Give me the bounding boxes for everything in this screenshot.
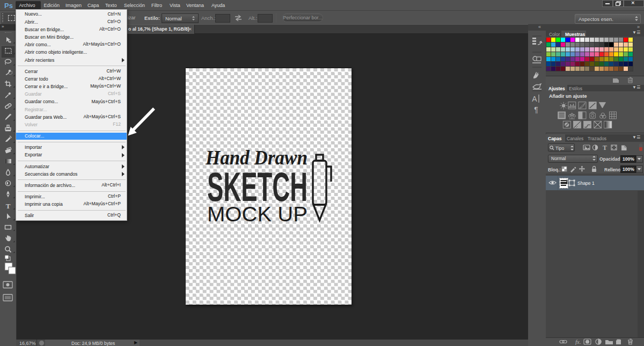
svg-text:T: T	[603, 144, 607, 152]
svg-text:T: T	[6, 202, 11, 210]
svg-text:¶: ¶	[534, 105, 538, 114]
svg-text:MOCK UP: MOCK UP	[207, 203, 308, 226]
svg-text:A: A	[532, 95, 537, 103]
svg-text:fx.: fx.	[575, 338, 581, 345]
